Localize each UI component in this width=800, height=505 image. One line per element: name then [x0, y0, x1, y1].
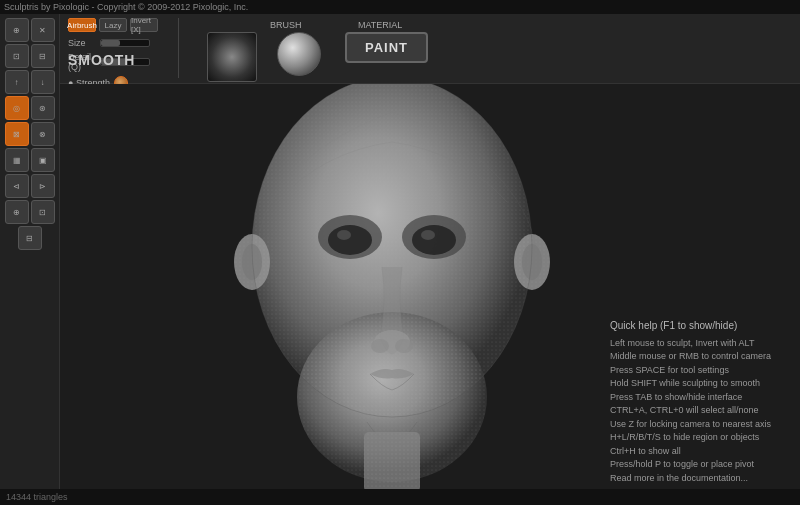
tool-btn-ring[interactable]: ⊛ [31, 96, 55, 120]
smooth-label: SMOOTH [68, 52, 135, 68]
tool-row-3: ↑ ↓ [5, 70, 55, 94]
svg-rect-17 [364, 432, 420, 490]
tool-btn-move[interactable]: ⊕ [5, 18, 29, 42]
svg-point-15 [395, 339, 413, 353]
tool-row-5: ⊠ ⊗ [5, 122, 55, 146]
brush-preview [207, 32, 257, 82]
tool-btn-square[interactable]: ⊡ [5, 44, 29, 68]
quick-help-line: Press/hold P to toggle or place pivot [610, 458, 790, 472]
tool-btn-left[interactable]: ⊲ [5, 174, 29, 198]
head-shape [234, 84, 550, 489]
divider-1 [178, 18, 179, 78]
tool-btn-grid1[interactable]: ▦ [5, 148, 29, 172]
tool-row-9: ⊟ [18, 226, 42, 250]
svg-point-10 [412, 225, 456, 255]
tool-row-8: ⊕ ⊡ [5, 200, 55, 224]
left-toolbar: ⊕ ✕ ⊡ ⊟ ↑ ↓ ◎ ⊛ ⊠ ⊗ ▦ ▣ ⊲ ⊳ ⊕ ⊡ ⊟ [0, 14, 60, 505]
quick-help-line: Left mouse to sculpt, Invert with ALT [610, 337, 790, 351]
size-label: Size [68, 38, 96, 48]
invert-mode-btn[interactable]: Invert [X] [130, 18, 158, 32]
material-section [277, 32, 321, 76]
tool-row-2: ⊡ ⊟ [5, 44, 55, 68]
tool-btn-extra3[interactable]: ⊟ [18, 226, 42, 250]
tool-row-7: ⊲ ⊳ [5, 174, 55, 198]
tool-btn-x2[interactable]: ⊗ [31, 122, 55, 146]
brush-section-label: BRUSH [270, 20, 302, 30]
tool-btn-down[interactable]: ↓ [31, 70, 55, 94]
svg-point-11 [337, 230, 351, 240]
svg-point-9 [328, 225, 372, 255]
app-title: Sculptris by Pixologic - Copyright © 200… [4, 2, 248, 12]
quick-help-line: Use Z for locking camera to nearest axis [610, 418, 790, 432]
tool-btn-circle[interactable]: ◎ [5, 96, 29, 120]
tool-btn-x1[interactable]: ⊠ [5, 122, 29, 146]
lazy-mode-btn[interactable]: Lazy [99, 18, 127, 32]
top-toolbar: Airbrush Lazy Invert [X] Size Detail (Q)… [60, 14, 800, 84]
size-slider-row: Size [68, 38, 158, 48]
tool-btn-grid2[interactable]: ▣ [31, 148, 55, 172]
svg-point-12 [421, 230, 435, 240]
triangle-count: 14344 triangles [6, 492, 68, 502]
quick-help-line: Middle mouse or RMB to control camera [610, 350, 790, 364]
material-section-label: MATERIAL [358, 20, 402, 30]
mode-row-1: Airbrush Lazy Invert [X] [68, 18, 158, 32]
svg-point-14 [371, 339, 389, 353]
size-slider[interactable] [100, 39, 150, 47]
quick-help-line: Press TAB to show/hide interface [610, 391, 790, 405]
head-3d-view [202, 84, 582, 489]
tool-row-1: ⊕ ✕ [5, 18, 55, 42]
tool-row-4: ◎ ⊛ [5, 96, 55, 120]
quick-help-line: H+L/R/B/T/S to hide region or objects [610, 431, 790, 445]
paint-button[interactable]: PAINT [345, 32, 428, 63]
quick-help-title: Quick help (F1 to show/hide) [610, 318, 790, 333]
quick-help-panel: Quick help (F1 to show/hide) Left mouse … [610, 318, 790, 486]
quick-help-line: CTRL+A, CTRL+0 will select all/none [610, 404, 790, 418]
status-bar: 14344 triangles [0, 489, 800, 505]
quick-help-line: Ctrl+H to show all [610, 445, 790, 459]
material-sphere[interactable] [277, 32, 321, 76]
tool-row-6: ▦ ▣ [5, 148, 55, 172]
tool-btn-right[interactable]: ⊳ [31, 174, 55, 198]
airbrush-mode-btn[interactable]: Airbrush [68, 18, 96, 32]
quick-help-line: Read more in the documentation... [610, 472, 790, 486]
tool-btn-extra2[interactable]: ⊡ [31, 200, 55, 224]
tool-btn-up[interactable]: ↑ [5, 70, 29, 94]
tool-btn-extra1[interactable]: ⊕ [5, 200, 29, 224]
tool-btn-erase[interactable]: ✕ [31, 18, 55, 42]
quick-help-line: Hold SHIFT while sculpting to smooth [610, 377, 790, 391]
quick-help-lines: Left mouse to sculpt, Invert with ALTMid… [610, 337, 790, 486]
title-bar: Sculptris by Pixologic - Copyright © 200… [0, 0, 800, 14]
tool-btn-minus[interactable]: ⊟ [31, 44, 55, 68]
quick-help-line: Press SPACE for tool settings [610, 364, 790, 378]
